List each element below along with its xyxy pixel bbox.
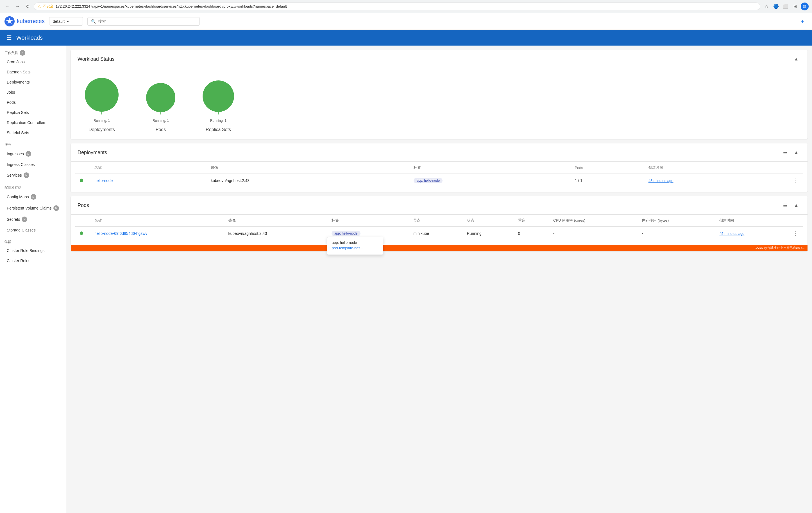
url-text: 172.26.242.222:33247/api/v1/namespaces/k… bbox=[56, 4, 757, 8]
search-bar[interactable]: 🔍 bbox=[87, 17, 200, 26]
tooltip-row-2: pod-template-has... bbox=[332, 246, 378, 250]
deployments-card-title: Deployments bbox=[78, 150, 781, 156]
replica-sets-running-label: Running: 1 bbox=[210, 119, 227, 123]
add-resource-button[interactable]: + bbox=[798, 16, 808, 26]
pods-card: Pods ☰ ▲ 名称 镜像 标签 节点 bbox=[71, 196, 808, 251]
sidebar-item-cluster-role-bindings-label: Cluster Role Bindings bbox=[7, 248, 45, 253]
card-actions-status: ▲ bbox=[792, 55, 801, 63]
app-name: kubernetes bbox=[17, 18, 45, 24]
forward-button[interactable]: → bbox=[13, 3, 21, 10]
profile-menu-button[interactable]: ⊞ bbox=[791, 3, 799, 10]
chevron-down-icon: ▾ bbox=[67, 19, 69, 24]
browser-bar: ← → ↻ ⚠ 不安全 172.26.242.222:33247/api/v1/… bbox=[0, 0, 812, 13]
pod-state-cell: Running bbox=[462, 227, 514, 240]
content-area: Workload Status ▲ Running: 1 Deployments bbox=[66, 46, 812, 513]
collapse-button-status[interactable]: ▲ bbox=[792, 55, 801, 63]
sidebar-item-config-maps[interactable]: Config Maps N bbox=[0, 191, 66, 202]
deployments-header-row: 名称 镜像 标签 Pods 创建时间 ↑ bbox=[75, 162, 803, 174]
sidebar-section-cluster-label: 集群 bbox=[4, 240, 11, 244]
namespace-value: default bbox=[53, 19, 65, 24]
sidebar-item-secrets[interactable]: Secrets N bbox=[0, 214, 66, 225]
collapse-pods-button[interactable]: ▲ bbox=[792, 201, 801, 210]
chart-deployments: Running: 1 Deployments bbox=[82, 75, 121, 132]
sidebar-item-services[interactable]: Services N bbox=[0, 169, 66, 181]
sidebar-item-pvc[interactable]: Persistent Volume Claims N bbox=[0, 202, 66, 214]
sidebar-item-cron-jobs[interactable]: Cron Jobs bbox=[0, 57, 66, 67]
pod-more-button[interactable]: ⋮ bbox=[793, 230, 799, 237]
sidebar-item-ingresses-label: Ingresses bbox=[7, 152, 24, 156]
sidebar-ingresses-badge: N bbox=[26, 151, 31, 157]
col-pods-image: 镜像 bbox=[224, 215, 327, 227]
sidebar-item-cluster-roles-label: Cluster Roles bbox=[7, 259, 30, 263]
deploy-time-cell: 45 minutes ago bbox=[644, 174, 788, 188]
sidebar-item-jobs[interactable]: Jobs bbox=[0, 87, 66, 97]
sidebar-item-pods[interactable]: Pods bbox=[0, 97, 66, 107]
deploy-more-cell: ⋮ bbox=[788, 174, 803, 188]
filter-pods-button[interactable]: ☰ bbox=[781, 201, 789, 210]
sidebar-secrets-badge: N bbox=[22, 217, 27, 222]
filter-deployments-button[interactable]: ☰ bbox=[781, 148, 789, 157]
extensions-button[interactable]: ⬜ bbox=[782, 3, 789, 10]
sidebar-item-storage-classes[interactable]: Storage Classes bbox=[0, 225, 66, 235]
sidebar-item-cluster-role-bindings[interactable]: Cluster Role Bindings bbox=[0, 246, 66, 256]
deployments-card-header: Deployments ☰ ▲ bbox=[71, 143, 808, 162]
pod-node-cell: minikube bbox=[409, 227, 462, 240]
table-row: hello-node kubeovn/agnhost:2.43 app: hel… bbox=[75, 174, 803, 188]
col-deploy-tags: 标签 bbox=[409, 162, 570, 174]
sidebar-item-replica-sets[interactable]: Replica Sets bbox=[0, 107, 66, 117]
sidebar-item-daemon-sets[interactable]: Daemon Sets bbox=[0, 67, 66, 77]
search-input[interactable] bbox=[98, 19, 196, 24]
pod-status-cell bbox=[75, 227, 90, 240]
sidebar-item-stateful-sets[interactable]: Stateful Sets bbox=[0, 128, 66, 138]
pod-name-link[interactable]: hello-node-69f6d854d6-hgswv bbox=[94, 231, 147, 236]
col-pods-restarts: 重启 bbox=[514, 215, 549, 227]
tooltip-row-1: app: hello-node bbox=[332, 240, 378, 245]
deploy-status-cell bbox=[75, 174, 90, 188]
sidebar-item-ingress-classes-label: Ingress Classes bbox=[7, 162, 35, 167]
bookmark-button[interactable]: ☆ bbox=[762, 3, 771, 10]
sidebar-item-secrets-label: Secrets bbox=[7, 217, 20, 222]
sidebar-item-ingress-classes[interactable]: Ingress Classes bbox=[0, 159, 66, 169]
table-row: hello-node-69f6d854d6-hgswv kubeovn/agnh… bbox=[75, 227, 803, 240]
address-bar[interactable]: ⚠ 不安全 172.26.242.222:33247/api/v1/namesp… bbox=[34, 3, 760, 10]
sidebar-item-services-label: Services bbox=[7, 173, 22, 178]
collapse-deployments-button[interactable]: ▲ bbox=[792, 148, 801, 157]
pods-table-head: 名称 镜像 标签 节点 状态 重启 CPU 使用率 (cores) 内存使用 (… bbox=[75, 215, 803, 227]
sidebar-workloads-badge: N bbox=[20, 50, 25, 56]
pods-chart-svg bbox=[144, 81, 178, 114]
pod-mem-cell: - bbox=[638, 227, 715, 240]
sidebar-item-deployments[interactable]: Deployments bbox=[0, 77, 66, 87]
sidebar-section-workloads: 工作负载 N bbox=[0, 48, 66, 57]
sidebar-item-pods-label: Pods bbox=[7, 100, 16, 105]
pod-restarts-cell: 0 bbox=[514, 227, 549, 240]
col-deploy-image: 镜像 bbox=[206, 162, 409, 174]
sidebar-item-cluster-roles[interactable]: Cluster Roles bbox=[0, 256, 66, 266]
workload-status-card: Workload Status ▲ Running: 1 Deployments bbox=[71, 50, 808, 139]
deploy-image-cell: kubeovn/agnhost:2.43 bbox=[206, 174, 409, 188]
status-charts-area: Running: 1 Deployments Running: 1 Pods bbox=[71, 68, 808, 139]
kubernetes-logo[interactable]: kubernetes bbox=[4, 16, 45, 26]
security-warning-icon: ⚠ bbox=[37, 4, 41, 9]
sidebar-item-daemon-sets-label: Daemon Sets bbox=[7, 70, 31, 74]
sidebar-item-deployments-label: Deployments bbox=[7, 80, 30, 84]
user-avatar[interactable]: 鏡 bbox=[801, 3, 809, 10]
col-pods-cpu: CPU 使用率 (cores) bbox=[549, 215, 638, 227]
deploy-time-link[interactable]: 45 minutes ago bbox=[648, 179, 673, 183]
sidebar-item-replication-controllers[interactable]: Replication Controllers bbox=[0, 117, 66, 128]
pods-table-container: 名称 镜像 标签 节点 状态 重启 CPU 使用率 (cores) 内存使用 (… bbox=[71, 215, 808, 245]
hamburger-icon[interactable]: ☰ bbox=[7, 34, 12, 41]
kubernetes-logo-icon bbox=[4, 16, 14, 26]
deployments-chart-label: Deployments bbox=[88, 127, 115, 132]
pod-time-link[interactable]: 45 minutes ago bbox=[719, 232, 744, 236]
deployments-table-container: 名称 镜像 标签 Pods 创建时间 ↑ bbox=[71, 162, 808, 192]
sidebar-item-ingresses[interactable]: Ingresses N bbox=[0, 148, 66, 159]
refresh-button[interactable]: ↻ bbox=[24, 3, 31, 10]
svg-point-1 bbox=[8, 20, 11, 23]
deploy-name-link[interactable]: hello-node bbox=[94, 178, 113, 183]
chart-replica-sets: Running: 1 Replica Sets bbox=[200, 78, 237, 132]
sidebar-item-cron-jobs-label: Cron Jobs bbox=[7, 60, 25, 64]
deploy-more-button[interactable]: ⋮ bbox=[793, 177, 799, 184]
back-button[interactable]: ← bbox=[3, 3, 11, 10]
namespace-selector[interactable]: default ▾ bbox=[49, 17, 83, 26]
col-pods-action bbox=[788, 215, 803, 227]
